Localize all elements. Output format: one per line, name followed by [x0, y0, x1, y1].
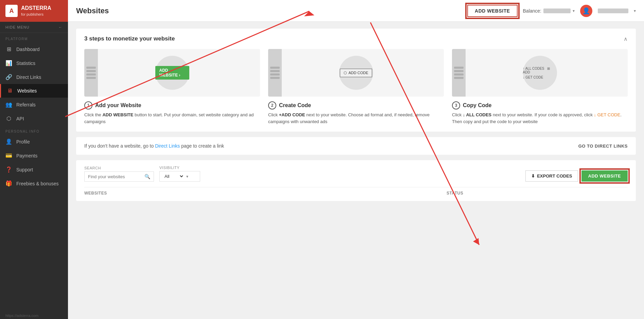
sidebar-item-api[interactable]: ⬡ API — [0, 112, 68, 125]
step-1-desc: Click the ADD WEBSITE button to start. P… — [84, 112, 260, 125]
sidebar-item-label: Websites — [17, 88, 37, 94]
hide-menu-label: HIDE MENU — [5, 25, 30, 29]
steps-card: 3 steps to monetize your website ∧ — [76, 29, 636, 132]
col-websites-header: Websites — [84, 191, 447, 196]
referrals-icon: 👥 — [5, 101, 12, 108]
step-2-add-code-btn: ⬡ ADD CODE — [340, 69, 372, 77]
step-3-name: Copy Code — [463, 102, 491, 108]
notice-text: If you don't have a website, go to Direc… — [84, 143, 224, 149]
sidebar-item-freebies[interactable]: 🎁 Freebies & bonuses — [0, 177, 68, 190]
sidebar-item-label: Support — [16, 167, 33, 172]
step-2-name: Create Code — [279, 102, 311, 108]
statistics-icon: 📊 — [5, 60, 12, 66]
support-icon: ❓ — [5, 166, 12, 173]
step-3-all-codes: ↑ ALL CODES ⊞ ADD — [523, 67, 557, 74]
sidebar-item-profile[interactable]: 👤 Profile — [0, 135, 68, 149]
step-1: ADD WEBSITE › 1 Add your Website Click t… — [84, 49, 260, 125]
sidebar-item-websites[interactable]: 🖥 Websites — [0, 84, 68, 98]
step-3-bg — [452, 49, 466, 97]
step-1-name: Add your Website — [95, 102, 141, 108]
sidebar: A ADSTERRA for publishers HIDE MENU ← PL… — [0, 0, 68, 319]
sidebar-item-label: Dashboard — [16, 47, 40, 52]
sidebar-item-label: API — [16, 116, 24, 121]
export-icon: ⬇ — [531, 173, 535, 179]
dashboard-icon: ⊞ — [5, 46, 12, 52]
hide-menu-row[interactable]: HIDE MENU ← — [0, 22, 68, 33]
logo-text: ADSTERRA for publishers — [21, 5, 51, 17]
steps-grid: ADD WEBSITE › 1 Add your Website Click t… — [84, 49, 628, 125]
step-3-desc: Click ↓ ALL CODES next to your website. … — [452, 112, 628, 125]
notice-card: If you don't have a website, go to Direc… — [76, 137, 636, 155]
step-3-get-code: ↓ GET CODE — [523, 75, 557, 79]
personal-info-label: PERSONAL INFO — [0, 125, 68, 135]
step-1-circle: ADD WEBSITE › — [155, 56, 189, 90]
step-3-copy-btns: ↑ ALL CODES ⊞ ADD ↓ GET CODE — [523, 67, 557, 79]
export-codes-button[interactable]: ⬇ EXPORT CODES — [525, 170, 578, 182]
header: Websites ADD WEBSITE Balance: ▾ 👤 ▾ — [68, 0, 644, 22]
sidebar-logo: A ADSTERRA for publishers — [0, 0, 68, 22]
step-2-number: 2 — [268, 101, 276, 110]
step-3-illustration: ↑ ALL CODES ⊞ ADD ↓ GET CODE — [452, 49, 628, 97]
step-2-illustration: ⬡ ADD CODE — [268, 49, 444, 97]
steps-card-title: 3 steps to monetize your website — [84, 35, 175, 42]
search-icon: 🔍 — [144, 174, 150, 179]
balance-bar — [543, 9, 571, 13]
step-3-circle: ↑ ALL CODES ⊞ ADD ↓ GET CODE — [523, 56, 557, 90]
sidebar-item-payments[interactable]: 💳 Payments — [0, 149, 68, 163]
visibility-group: Visibility All Visible Hidden ▾ — [159, 166, 200, 182]
step-1-number-row: 1 Add your Website — [84, 101, 141, 110]
sidebar-item-label: Referrals — [16, 102, 36, 107]
hide-menu-icon[interactable]: ← — [58, 25, 63, 29]
sidebar-item-direct-links[interactable]: 🔗 Direct Links — [0, 70, 68, 84]
direct-links-link[interactable]: Direct Links — [155, 143, 180, 149]
page-title: Websites — [76, 6, 109, 15]
add-website-bottom-button[interactable]: ADD WEBSITE — [581, 170, 628, 182]
step-2: ⬡ ADD CODE 2 Create Code Click +ADD CODE… — [268, 49, 444, 125]
sidebar-item-label: Profile — [16, 139, 30, 145]
sidebar-item-label: Freebies & bonuses — [16, 181, 59, 186]
sidebar-item-support[interactable]: ❓ Support — [0, 163, 68, 177]
page-content: 3 steps to monetize your website ∧ — [68, 22, 644, 319]
platform-section-label: PLATFORM — [0, 33, 68, 42]
sidebar-item-label: Direct Links — [16, 74, 41, 80]
user-dropdown-icon[interactable]: ▾ — [634, 9, 636, 13]
sidebar-bottom-url: https://adsterra.com — [0, 311, 68, 319]
step-3-number: 3 — [452, 101, 460, 110]
sidebar-item-statistics[interactable]: 📊 Statistics — [0, 56, 68, 70]
search-input[interactable] — [88, 174, 142, 179]
direct-links-icon: 🔗 — [5, 74, 12, 80]
col-status-header: Status — [447, 191, 628, 196]
visibility-label: Visibility — [159, 166, 200, 170]
search-label: Search — [84, 166, 154, 170]
profile-icon: 👤 — [5, 138, 12, 145]
step-3: ↑ ALL CODES ⊞ ADD ↓ GET CODE 3 Copy Code… — [452, 49, 628, 125]
search-group: Search 🔍 — [84, 166, 154, 182]
balance-area: Balance: ▾ — [523, 8, 575, 14]
step-3-number-row: 3 Copy Code — [452, 101, 491, 110]
websites-icon: 🖥 — [6, 88, 13, 94]
step-1-bg — [84, 49, 98, 97]
payments-icon: 💳 — [5, 152, 12, 159]
balance-dropdown-icon[interactable]: ▾ — [573, 9, 575, 13]
step-1-add-btn: ADD WEBSITE › — [155, 66, 189, 80]
search-input-wrap: 🔍 — [84, 171, 154, 182]
step-2-bg — [268, 49, 282, 97]
filter-row: Search 🔍 Visibility All Visible Hidden — [84, 166, 628, 182]
sidebar-item-label: Statistics — [16, 61, 35, 66]
step-2-desc: Click +ADD CODE next to your website. Ch… — [268, 112, 444, 125]
filter-card: Search 🔍 Visibility All Visible Hidden — [76, 160, 636, 201]
user-name-bar — [598, 9, 628, 13]
visibility-select[interactable]: All Visible Hidden — [163, 173, 184, 179]
collapse-icon[interactable]: ∧ — [624, 36, 628, 42]
sidebar-item-referrals[interactable]: 👥 Referrals — [0, 98, 68, 112]
visibility-select-wrap: All Visible Hidden ▾ — [159, 171, 200, 182]
add-website-header-button[interactable]: ADD WEBSITE — [467, 5, 518, 17]
go-to-direct-links-button[interactable]: GO TO DIRECT LINKS — [578, 144, 628, 149]
step-1-illustration: ADD WEBSITE › — [84, 49, 260, 97]
steps-card-header: 3 steps to monetize your website ∧ — [84, 35, 628, 42]
sidebar-item-label: Payments — [16, 153, 37, 158]
sidebar-item-dashboard[interactable]: ⊞ Dashboard — [0, 42, 68, 56]
avatar: 👤 — [580, 5, 592, 17]
logo-icon: A — [5, 5, 18, 17]
step-2-circle: ⬡ ADD CODE — [339, 56, 373, 90]
